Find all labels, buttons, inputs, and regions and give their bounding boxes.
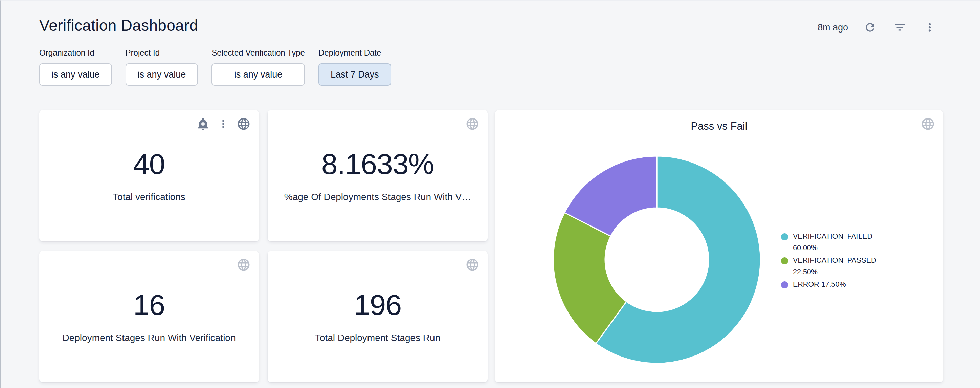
- stat-value: 16: [133, 288, 165, 322]
- legend-label: VERIFICATION_FAILED 60.00%: [793, 231, 885, 254]
- dashboard-more-options-button[interactable]: [922, 20, 937, 35]
- filter-bar: Organization Id is any value Project Id …: [39, 48, 391, 86]
- globe-icon: [921, 117, 935, 131]
- filter-value-button-verification-type[interactable]: is any value: [212, 63, 305, 86]
- filter-value-button-organization-id[interactable]: is any value: [39, 63, 112, 86]
- stat-content: 16 Deployment Stages Run With Verificati…: [39, 251, 259, 382]
- donut-chart[interactable]: [549, 151, 765, 368]
- stat-value: 196: [354, 288, 402, 322]
- stat-tile-total-stages-run: 196 Total Deployment Stages Run: [268, 251, 488, 382]
- stat-tile-total-verifications: 40 Total verifications: [39, 110, 259, 241]
- legend-item-verification-passed[interactable]: VERIFICATION_PASSED 22.50%: [781, 255, 885, 278]
- filter-label: Selected Verification Type: [212, 48, 305, 57]
- chart-title: Pass vs Fail: [495, 120, 943, 133]
- tile-actions: [921, 117, 935, 131]
- filter-label: Deployment Date: [318, 48, 391, 57]
- dashboard-filters-toggle-button[interactable]: [892, 20, 908, 35]
- legend-item-error[interactable]: ERROR 17.50%: [781, 279, 885, 290]
- stat-label: Total verifications: [113, 192, 185, 203]
- stat-content: 196 Total Deployment Stages Run: [268, 251, 488, 382]
- legend-label: VERIFICATION_PASSED 22.50%: [793, 255, 885, 278]
- legend-label: ERROR 17.50%: [793, 279, 846, 290]
- filter-label: Project Id: [126, 48, 198, 57]
- stat-content: 8.1633% %age Of Deployments Stages Run W…: [268, 110, 488, 241]
- donut-chart-svg: [549, 151, 765, 368]
- header-actions: 8m ago: [818, 20, 937, 35]
- dashboard-page: Verification Dashboard 8m ago Organizati…: [0, 0, 980, 388]
- kebab-menu-icon: [923, 21, 936, 34]
- chart-legend: VERIFICATION_FAILED 60.00% VERIFICATION_…: [781, 231, 885, 290]
- filter-group-project-id: Project Id is any value: [126, 48, 198, 86]
- stat-label: Total Deployment Stages Run: [315, 332, 440, 343]
- filter-label: Organization Id: [39, 48, 112, 57]
- legend-swatch: [781, 257, 788, 264]
- filter-value-button-deployment-date[interactable]: Last 7 Days: [318, 63, 391, 86]
- legend-swatch: [781, 233, 788, 240]
- last-refreshed-text: 8m ago: [818, 22, 848, 33]
- stat-value: 8.1633%: [321, 147, 434, 181]
- stat-tile-stages-with-verification: 16 Deployment Stages Run With Verificati…: [39, 251, 259, 382]
- legend-item-verification-failed[interactable]: VERIFICATION_FAILED 60.00%: [781, 231, 885, 254]
- stat-label: Deployment Stages Run With Verification: [62, 332, 235, 343]
- filter-group-deployment-date: Deployment Date Last 7 Days: [318, 48, 391, 86]
- filter-group-verification-type: Selected Verification Type is any value: [212, 48, 305, 86]
- global-filter-indicator: [921, 117, 935, 131]
- page-title: Verification Dashboard: [39, 16, 198, 35]
- stat-label: %age Of Deployments Stages Run With V…: [284, 192, 471, 203]
- stat-value: 40: [133, 147, 165, 181]
- stat-content: 40 Total verifications: [39, 110, 259, 241]
- pie-tile-pass-vs-fail: Pass vs Fail VERIFICATION_FAILED 60.00% …: [495, 110, 943, 382]
- filter-value-button-project-id[interactable]: is any value: [126, 63, 198, 86]
- legend-swatch: [781, 281, 788, 289]
- refresh-icon: [864, 21, 877, 34]
- filter-list-icon: [893, 21, 906, 34]
- filter-group-organization-id: Organization Id is any value: [39, 48, 112, 86]
- refresh-button[interactable]: [862, 20, 878, 35]
- stat-tile-pct-deployment-stages: 8.1633% %age Of Deployments Stages Run W…: [268, 110, 488, 241]
